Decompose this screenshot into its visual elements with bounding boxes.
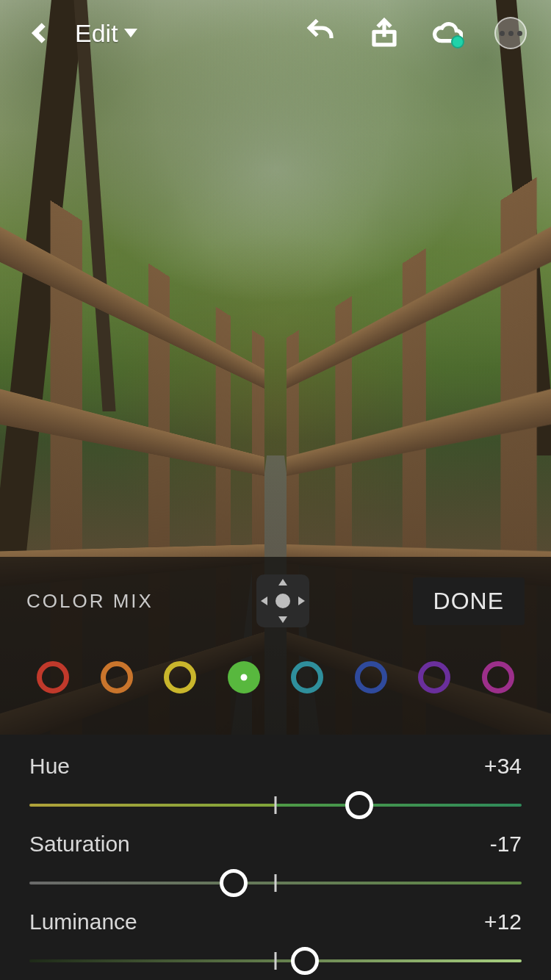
center-tick	[275, 874, 277, 892]
sync-status-dot	[451, 35, 464, 48]
sliders-panel: Hue +34 Saturation -17 Lumi	[0, 735, 551, 980]
swatch-magenta[interactable]	[482, 661, 514, 693]
swatch-aqua[interactable]	[291, 661, 323, 693]
luminance-value: +12	[484, 909, 522, 934]
mode-label: Edit	[75, 19, 118, 48]
hue-label: Hue	[29, 754, 70, 779]
saturation-slider-row: Saturation -17	[29, 832, 522, 896]
back-button[interactable]	[19, 12, 62, 54]
undo-icon	[306, 18, 336, 48]
saturation-thumb[interactable]	[220, 869, 248, 897]
share-button[interactable]	[363, 12, 406, 54]
luminance-slider-row: Luminance +12	[29, 909, 522, 974]
luminance-label: Luminance	[29, 909, 137, 934]
top-toolbar: Edit	[0, 0, 551, 66]
target-icon	[276, 594, 290, 608]
panel-title: COLOR MIX	[26, 590, 154, 613]
center-tick	[275, 952, 277, 970]
hue-value: +34	[484, 754, 522, 779]
hue-slider[interactable]	[29, 792, 522, 818]
mode-selector[interactable]: Edit	[75, 19, 137, 48]
share-icon	[369, 18, 400, 48]
hue-slider-row: Hue +34	[29, 754, 522, 818]
swatch-orange[interactable]	[101, 661, 133, 693]
swatch-green[interactable]	[228, 661, 260, 693]
caret-down-icon	[124, 29, 137, 37]
color-mix-panel: COLOR MIX DONE	[0, 557, 551, 735]
saturation-slider[interactable]	[29, 870, 522, 896]
more-button[interactable]	[489, 12, 532, 54]
color-swatch-row	[26, 661, 525, 693]
saturation-value: -17	[490, 832, 522, 857]
saturation-label: Saturation	[29, 832, 130, 857]
more-icon	[494, 17, 527, 49]
swatch-blue[interactable]	[355, 661, 387, 693]
luminance-thumb[interactable]	[291, 947, 319, 975]
done-button[interactable]: DONE	[413, 577, 525, 625]
hue-thumb[interactable]	[345, 791, 373, 819]
svg-rect-0	[374, 32, 395, 45]
swatch-yellow[interactable]	[164, 661, 196, 693]
app-root: Edit COLOR MIX DONE	[0, 0, 551, 980]
swatch-red[interactable]	[37, 661, 69, 693]
done-label: DONE	[433, 588, 504, 614]
center-tick	[275, 796, 277, 814]
targeted-adjustment-button[interactable]	[256, 574, 309, 627]
swatch-purple[interactable]	[418, 661, 450, 693]
luminance-slider[interactable]	[29, 948, 522, 974]
cloud-sync-button[interactable]	[426, 12, 469, 54]
undo-button[interactable]	[300, 12, 342, 54]
chevron-left-icon	[28, 21, 53, 46]
